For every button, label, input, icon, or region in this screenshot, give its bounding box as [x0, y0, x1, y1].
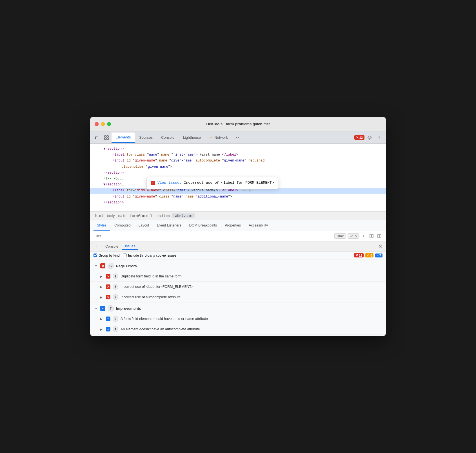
tooltip-error-icon: ✕	[151, 181, 155, 185]
svg-rect-7	[104, 138, 106, 140]
warn-count-num: 0	[370, 254, 372, 257]
breadcrumb: html body main form#form-1 section label…	[90, 211, 386, 220]
hov-button[interactable]: :hov	[334, 233, 346, 239]
tab-accessibility[interactable]: Accessibility	[245, 220, 271, 231]
group-by-kind-input[interactable]	[94, 254, 97, 257]
svg-point-12	[379, 138, 380, 139]
bc-html[interactable]: html	[94, 213, 105, 218]
error-x-icon: ✕	[355, 254, 358, 257]
tab-elements[interactable]: Elements	[112, 133, 135, 143]
issues-counts: ✕ 12 ⚠ 0 ≡ 7	[354, 253, 382, 257]
dom-line-section2-close[interactable]: </section>	[90, 200, 386, 206]
tab-lighthouse-label: Lighthouse	[183, 135, 201, 140]
issue-group-errors: ▼ ✕ 12 Page Errors ▶ ✕ 2 Duplicate form …	[90, 261, 386, 302]
minimize-button[interactable]	[101, 122, 105, 126]
toggle-sidebar-icon[interactable]	[376, 233, 382, 239]
settings-icon[interactable]	[365, 133, 374, 142]
bc-main[interactable]: main	[117, 213, 128, 218]
tab-network-label: Network	[214, 135, 228, 140]
expand-icon: ▶	[100, 296, 104, 299]
issue-item-duplicate-id[interactable]: ▶ ✕ 2 Duplicate form field id in the sam…	[90, 271, 386, 282]
tab-styles[interactable]: Styles	[94, 220, 110, 231]
expand-icon: ▶	[100, 328, 104, 331]
more-options-icon[interactable]	[375, 133, 384, 142]
tab-event-listeners[interactable]: Event Listeners	[154, 220, 184, 231]
tab-console-label: Console	[161, 135, 175, 140]
svg-point-10	[379, 136, 380, 136]
issue-item-autocomplete[interactable]: ▶ ✕ 2 Incorrect use of autocomplete attr…	[90, 292, 386, 302]
issues-tab-console[interactable]: Console	[103, 243, 121, 250]
issue-group-improvements: ▼ ≡ 7 Improvements ▶ ≡ 2 A form field el…	[90, 303, 386, 335]
tab-computed[interactable]: Computed	[111, 220, 134, 231]
tab-dom-breakpoints[interactable]: DOM Breakpoints	[186, 220, 220, 231]
error-count-badge[interactable]: ✕ 12	[354, 135, 364, 140]
three-dots: ···	[91, 182, 97, 187]
inspect-icon[interactable]	[102, 133, 111, 142]
svg-point-9	[369, 137, 370, 138]
issue-item-form-field-id[interactable]: ▶ ≡ 2 A form field element should have a…	[90, 314, 386, 324]
bc-body[interactable]: body	[105, 213, 117, 218]
filter-input[interactable]	[94, 234, 334, 238]
issue-info-icon: ≡	[106, 317, 110, 321]
bc-form[interactable]: form#form-1	[128, 213, 154, 218]
bc-section[interactable]: section	[154, 213, 172, 218]
bc-label[interactable]: label.name	[172, 213, 195, 218]
tab-lighthouse[interactable]: Lighthouse	[179, 133, 205, 143]
tab-sources[interactable]: Sources	[135, 133, 157, 143]
dom-line-section-open[interactable]: ▼<section>	[90, 146, 386, 152]
issues-toolbar: Group by kind Include third-party cookie…	[90, 252, 386, 259]
error-group-icon: ✕	[100, 263, 105, 268]
devtools-tabbar: Elements Sources Console Lighthouse ⚠ Ne…	[90, 131, 386, 144]
tooltip-view-issue-link[interactable]: View issue:	[157, 180, 182, 186]
chevron-down-icon: ▼	[95, 264, 98, 268]
include-cookie-input[interactable]	[123, 254, 127, 257]
dom-tree: ▼<section> <label for class="name" name=…	[90, 144, 386, 211]
more-tabs-button[interactable]: >>	[232, 134, 241, 141]
issue-text-autocomplete: Incorrect use of autocomplete attribute	[121, 295, 181, 299]
tab-layout[interactable]: Layout	[135, 220, 153, 231]
issue-group-improvements-header[interactable]: ▼ ≡ 7 Improvements	[90, 303, 386, 314]
issues-close-button[interactable]: ✕	[377, 243, 384, 250]
group-by-kind-checkbox[interactable]: Group by kind	[94, 254, 120, 257]
cls-button[interactable]: .cls	[348, 233, 359, 239]
issues-tab-issues[interactable]: Issues	[122, 243, 138, 250]
warn-count-badge: ⚠ 0	[365, 253, 373, 257]
tab-console[interactable]: Console	[157, 133, 179, 143]
dom-line-section-close[interactable]: </section>	[90, 170, 386, 176]
error-group-label: Page Errors	[116, 264, 137, 268]
issue-error-icon: ✕	[106, 295, 110, 299]
issue-tooltip: ✕ View issue: Incorrect use of <label fo…	[146, 177, 278, 189]
dom-line-input-first[interactable]: <input id="given-name" name="given-name"…	[90, 158, 386, 164]
dom-line-placeholder[interactable]: placeholder="given name">	[90, 164, 386, 170]
issue-item-no-autocomplete[interactable]: ▶ ≡ 1 An element doesn't have an autocom…	[90, 324, 386, 335]
traffic-lights	[95, 122, 111, 126]
issues-panel: ⋮ Console Issues ✕ Group by kind Include…	[90, 241, 386, 336]
include-cookie-label: Include third-party cookie issues	[128, 254, 176, 257]
cursor-icon[interactable]	[92, 133, 101, 142]
tooltip-message: Incorrect use of <label for=FORM_ELEMENT…	[184, 180, 274, 186]
info-count-badge: ≡ 7	[375, 254, 382, 257]
error-count-num: 12	[359, 254, 362, 257]
info-icon: ≡	[377, 254, 378, 257]
close-button[interactable]	[95, 122, 99, 126]
expand-icon: ▶	[100, 275, 104, 278]
info-group-count: 7	[108, 305, 114, 311]
issue-item-label-for[interactable]: ▶ ✕ 8 Incorrect use of <label for=FORM_E…	[90, 282, 386, 292]
tab-network[interactable]: ⚠ Network	[205, 133, 232, 143]
dom-line-label-first[interactable]: <label for class="name" name="first-name…	[90, 152, 386, 158]
warn-icon: ⚠	[367, 254, 370, 257]
add-style-rule-icon[interactable]: +	[361, 233, 367, 239]
fullscreen-button[interactable]	[107, 122, 111, 126]
tab-sources-label: Sources	[139, 135, 153, 140]
issue-text-no-autocomplete: An element doesn't have an autocomplete …	[121, 327, 200, 331]
dom-line-input-middle[interactable]: <input id="given-name" class="name" name…	[90, 194, 386, 200]
issue-text-form-field-id: A form field element should have an id o…	[121, 317, 208, 321]
issue-count-8: 8	[113, 284, 118, 290]
svg-rect-6	[107, 136, 108, 137]
issue-count-2: 2	[113, 273, 118, 279]
new-style-rule-icon[interactable]	[368, 233, 375, 239]
issues-more-icon[interactable]: ⋮	[92, 242, 101, 251]
issue-group-errors-header[interactable]: ▼ ✕ 12 Page Errors	[90, 261, 386, 271]
include-cookie-checkbox[interactable]: Include third-party cookie issues	[123, 254, 176, 257]
tab-properties[interactable]: Properties	[221, 220, 244, 231]
